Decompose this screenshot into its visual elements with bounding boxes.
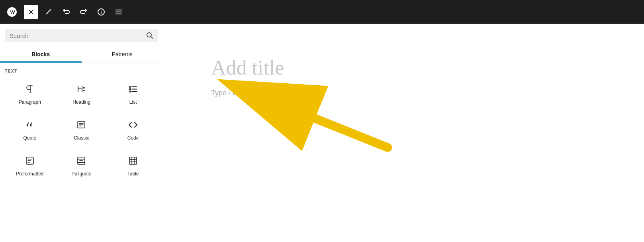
editor-title-placeholder: Add title — [211, 56, 284, 79]
tab-patterns[interactable]: Patterns — [82, 47, 163, 63]
block-item-heading[interactable]: Heading — [57, 77, 107, 111]
search-bar — [5, 29, 158, 42]
svg-rect-14 — [129, 86, 131, 87]
editor-area[interactable]: Add title Type / to choose a block — [163, 24, 644, 242]
heading-label: Heading — [72, 99, 90, 105]
paragraph-label: Paragraph — [19, 99, 41, 105]
svg-point-2 — [101, 10, 102, 11]
menu-button[interactable] — [112, 5, 126, 19]
tabs: Blocks Patterns — [0, 47, 163, 63]
info-button[interactable] — [94, 5, 108, 19]
block-item-preformatted[interactable]: Preformatted — [5, 148, 55, 183]
tab-blocks[interactable]: Blocks — [0, 47, 82, 63]
svg-rect-32 — [129, 157, 137, 164]
code-label: Code — [127, 135, 139, 141]
editor-body-placeholder: Type / to choose a block — [211, 89, 288, 97]
pullquote-icon — [76, 156, 86, 167]
code-icon — [128, 120, 138, 131]
classic-label: Classic — [74, 135, 89, 141]
block-item-paragraph[interactable]: Paragraph — [5, 77, 55, 111]
undo-button[interactable] — [59, 5, 73, 19]
preformatted-label: Preformatted — [16, 171, 43, 177]
paragraph-icon — [25, 84, 35, 95]
block-item-list[interactable]: List — [108, 77, 158, 111]
block-item-pullquote[interactable]: Pullquote — [57, 148, 107, 183]
block-item-table[interactable]: Table — [108, 148, 158, 183]
wp-logo-icon[interactable] — [5, 5, 19, 19]
block-item-code[interactable]: Code — [108, 112, 158, 147]
svg-rect-16 — [129, 91, 131, 92]
search-input[interactable] — [10, 32, 143, 39]
block-grid: Paragraph Heading — [5, 77, 158, 183]
svg-rect-15 — [129, 89, 131, 90]
quote-label: Quote — [23, 135, 36, 141]
block-item-classic[interactable]: Classic — [57, 112, 107, 147]
section-label-text: TEXT — [5, 63, 158, 77]
main-layout: Blocks Patterns TEXT Paragraph — [0, 24, 644, 242]
preformatted-icon — [25, 156, 35, 167]
classic-icon — [76, 120, 86, 131]
sidebar: Blocks Patterns TEXT Paragraph — [0, 24, 163, 242]
list-icon — [128, 84, 138, 95]
toolbar — [0, 0, 644, 24]
quote-icon — [25, 120, 35, 131]
edit-mode-button[interactable] — [41, 5, 56, 19]
sidebar-scroll[interactable]: TEXT Paragraph — [0, 63, 163, 242]
block-item-quote[interactable]: Quote — [5, 112, 55, 147]
redo-button[interactable] — [76, 5, 91, 19]
table-label: Table — [127, 171, 139, 177]
list-label: List — [129, 99, 137, 105]
heading-icon — [76, 84, 86, 95]
close-button[interactable] — [24, 5, 38, 19]
search-icon-button[interactable] — [146, 32, 153, 39]
svg-line-7 — [151, 37, 153, 39]
table-icon — [128, 156, 138, 167]
pullquote-label: Pullquote — [71, 171, 91, 177]
